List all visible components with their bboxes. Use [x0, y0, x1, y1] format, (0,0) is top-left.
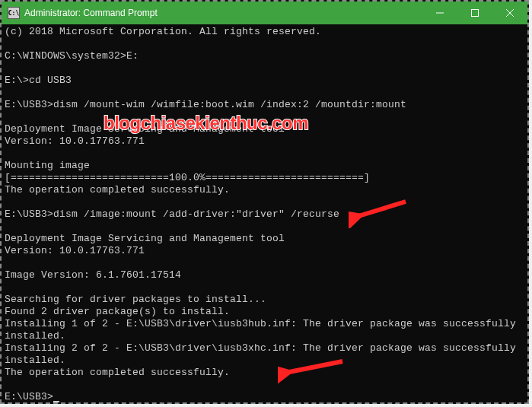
output-line: Image Version: 6.1.7601.17514	[5, 269, 181, 281]
svg-line-5	[356, 202, 406, 217]
arrow-annotation-1	[349, 198, 409, 228]
arrow-annotation-2	[278, 358, 346, 388]
output-line: Deployment Image Servicing and Managemen…	[5, 233, 285, 244]
prompt: E:\USB3>	[5, 208, 53, 220]
prompt: E:\USB3>	[5, 99, 53, 110]
output-line: The operation completed successfully.	[5, 184, 230, 196]
svg-rect-1	[472, 10, 479, 17]
terminal-output[interactable]: (c) 2018 Microsoft Corporation. All righ…	[2, 24, 527, 405]
output-line: Version: 10.0.17763.771	[5, 135, 145, 147]
command: dism /mount-wim /wimfile:boot.wim /index…	[53, 99, 406, 110]
output-line: Version: 10.0.17763.771	[5, 245, 145, 256]
titlebar-buttons	[422, 2, 527, 24]
minimize-button[interactable]	[422, 2, 457, 24]
output-line: Found 2 driver package(s) to install.	[5, 306, 230, 317]
prompt: E:\USB3>	[5, 391, 53, 402]
output-line: Installing 1 of 2 - E:\USB3\driver\iusb3…	[5, 318, 522, 342]
progress-bar: [==========================100.0%=======…	[5, 172, 370, 183]
prompt: E:\>	[5, 75, 29, 86]
output-line: (c) 2018 Microsoft Corporation. All righ…	[5, 26, 321, 37]
watermark-text: blogchiasekienthuc.com	[104, 113, 308, 134]
svg-line-7	[285, 361, 342, 373]
command: cd USB3	[29, 75, 72, 86]
output-line: Searching for driver packages to install…	[5, 294, 266, 305]
prompt: C:\WINDOWS\system32>	[5, 50, 126, 62]
command: E:	[126, 50, 139, 62]
command-prompt-window: C:\ Administrator: Command Prompt (c) 20…	[0, 0, 529, 404]
command: dism /image:mount /add-driver:"driver" /…	[53, 208, 339, 220]
output-line: Installing 2 of 2 - E:\USB3\driver\iusb3…	[5, 342, 522, 366]
close-button[interactable]	[492, 2, 527, 24]
output-line: Mounting image	[5, 160, 90, 171]
cmd-icon: C:\	[8, 7, 20, 19]
maximize-button[interactable]	[457, 2, 492, 24]
window-title: Administrator: Command Prompt	[24, 8, 422, 18]
output-line: The operation completed successfully.	[5, 367, 230, 378]
cursor	[53, 401, 59, 402]
titlebar[interactable]: C:\ Administrator: Command Prompt	[2, 2, 527, 24]
